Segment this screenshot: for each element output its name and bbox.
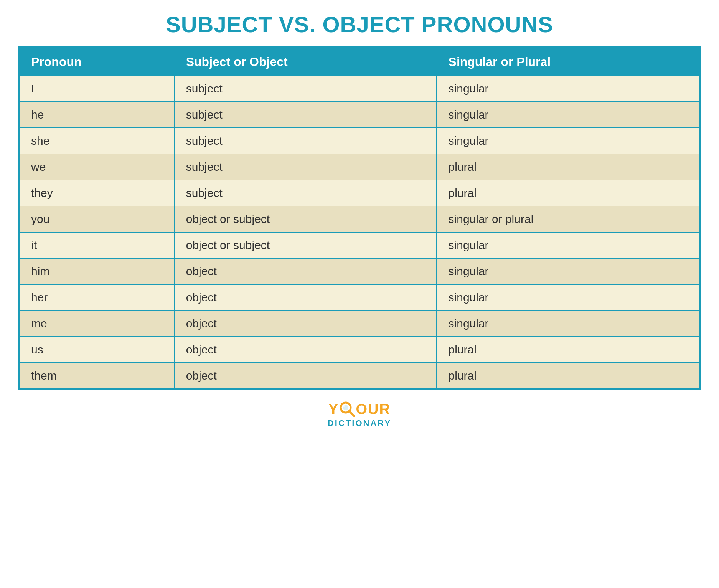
table-row: youobject or subjectsingular or plural <box>20 206 699 232</box>
table-cell-11-1: object <box>174 363 437 388</box>
table-row: itobject or subjectsingular <box>20 232 699 258</box>
table-row: shesubjectsingular <box>20 128 699 154</box>
table-cell-0-0: I <box>20 76 174 102</box>
table-cell-3-2: plural <box>437 154 699 180</box>
table-row: usobjectplural <box>20 337 699 363</box>
pronouns-table: Pronoun Subject or Object Singular or Pl… <box>20 48 699 388</box>
table-cell-4-0: they <box>20 180 174 206</box>
table-cell-0-2: singular <box>437 76 699 102</box>
table-cell-7-1: object <box>174 258 437 284</box>
table-cell-6-2: singular <box>437 232 699 258</box>
table-cell-8-0: her <box>20 284 174 311</box>
logo-our-text: OUR <box>356 401 390 418</box>
table-row: meobjectsingular <box>20 311 699 337</box>
table-row: theysubjectplural <box>20 180 699 206</box>
table-cell-2-2: singular <box>437 128 699 154</box>
table-cell-2-0: she <box>20 128 174 154</box>
table-cell-6-1: object or subject <box>174 232 437 258</box>
table-cell-3-1: subject <box>174 154 437 180</box>
table-cell-1-2: singular <box>437 102 699 128</box>
table-cell-8-1: object <box>174 284 437 311</box>
table-cell-1-1: subject <box>174 102 437 128</box>
table-cell-11-2: plural <box>437 363 699 388</box>
table-cell-11-0: them <box>20 363 174 388</box>
table-row: Isubjectsingular <box>20 76 699 102</box>
table-row: wesubjectplural <box>20 154 699 180</box>
table-cell-5-2: singular or plural <box>437 206 699 232</box>
logo-magnifier-icon <box>339 401 356 418</box>
table-row: themobjectplural <box>20 363 699 388</box>
page-title: SUBJECT VS. OBJECT PRONOUNS <box>166 12 553 37</box>
table-cell-7-2: singular <box>437 258 699 284</box>
table-cell-9-2: singular <box>437 311 699 337</box>
col-header-singular-plural: Singular or Plural <box>437 48 699 76</box>
table-row: herobjectsingular <box>20 284 699 311</box>
table-header-row: Pronoun Subject or Object Singular or Pl… <box>20 48 699 76</box>
table-cell-2-1: subject <box>174 128 437 154</box>
table-cell-3-0: we <box>20 154 174 180</box>
table-cell-0-1: subject <box>174 76 437 102</box>
table-cell-5-0: you <box>20 206 174 232</box>
table-row: himobjectsingular <box>20 258 699 284</box>
table-cell-4-1: subject <box>174 180 437 206</box>
table-cell-8-2: singular <box>437 284 699 311</box>
table-cell-9-1: object <box>174 311 437 337</box>
logo-text: Y OUR <box>328 401 391 418</box>
table-cell-7-0: him <box>20 258 174 284</box>
table-cell-10-1: object <box>174 337 437 363</box>
table-row: hesubjectsingular <box>20 102 699 128</box>
yourdictionary-logo: Y OUR DICTIONARY <box>328 401 391 428</box>
logo-dictionary-text: DICTIONARY <box>328 418 391 428</box>
table-cell-9-0: me <box>20 311 174 337</box>
table-cell-5-1: object or subject <box>174 206 437 232</box>
logo-your-text: Y <box>328 401 339 418</box>
table-cell-6-0: it <box>20 232 174 258</box>
table-cell-4-2: plural <box>437 180 699 206</box>
table-cell-10-2: plural <box>437 337 699 363</box>
footer: Y OUR DICTIONARY <box>328 401 391 428</box>
col-header-pronoun: Pronoun <box>20 48 174 76</box>
svg-point-3 <box>343 405 345 407</box>
col-header-subject-object: Subject or Object <box>174 48 437 76</box>
table-cell-1-0: he <box>20 102 174 128</box>
table-cell-10-0: us <box>20 337 174 363</box>
pronouns-table-wrapper: Pronoun Subject or Object Singular or Pl… <box>18 46 701 390</box>
svg-line-2 <box>349 411 354 416</box>
